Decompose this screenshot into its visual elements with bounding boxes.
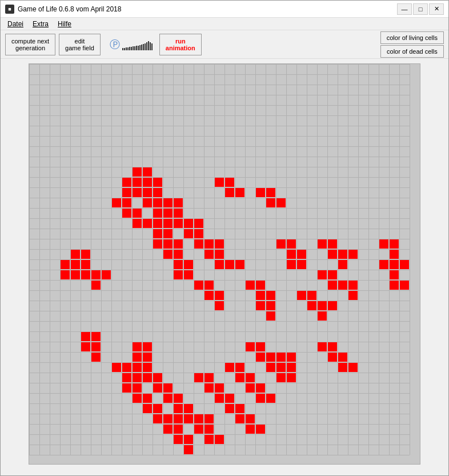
compute-next-button[interactable]: compute next generation: [5, 34, 55, 55]
window-controls: — □ ✕: [397, 3, 444, 15]
app-icon: ■: [5, 5, 14, 14]
window-title: Game of Life 0.6.8 vom April 2018: [18, 5, 397, 13]
edit-field-button[interactable]: edit game field: [59, 34, 101, 55]
color-living-button[interactable]: color of living cells: [380, 31, 444, 44]
speed-icon: Ⓟ: [110, 38, 120, 51]
color-dead-button[interactable]: color of dead cells: [380, 45, 444, 58]
menu-datei[interactable]: Datei: [3, 19, 28, 29]
minimize-button[interactable]: —: [397, 3, 412, 15]
menu-extra[interactable]: Extra: [28, 19, 53, 29]
maximize-button[interactable]: □: [413, 3, 428, 15]
title-bar: ■ Game of Life 0.6.8 vom April 2018 — □ …: [1, 1, 448, 18]
toolbar: compute next generation edit game field …: [1, 30, 448, 59]
color-buttons-group: color of living cells color of dead cell…: [380, 31, 444, 58]
slider-ticks: [122, 39, 153, 50]
menubar: Datei Extra Hilfe: [1, 18, 448, 30]
run-animation-button[interactable]: run animation: [159, 34, 202, 55]
game-grid[interactable]: [29, 63, 420, 465]
menu-hilfe[interactable]: Hilfe: [53, 19, 76, 29]
app-window: ■ Game of Life 0.6.8 vom April 2018 — □ …: [0, 0, 449, 476]
close-button[interactable]: ✕: [429, 3, 444, 15]
game-area: [1, 59, 448, 475]
speed-control: Ⓟ: [107, 38, 153, 51]
